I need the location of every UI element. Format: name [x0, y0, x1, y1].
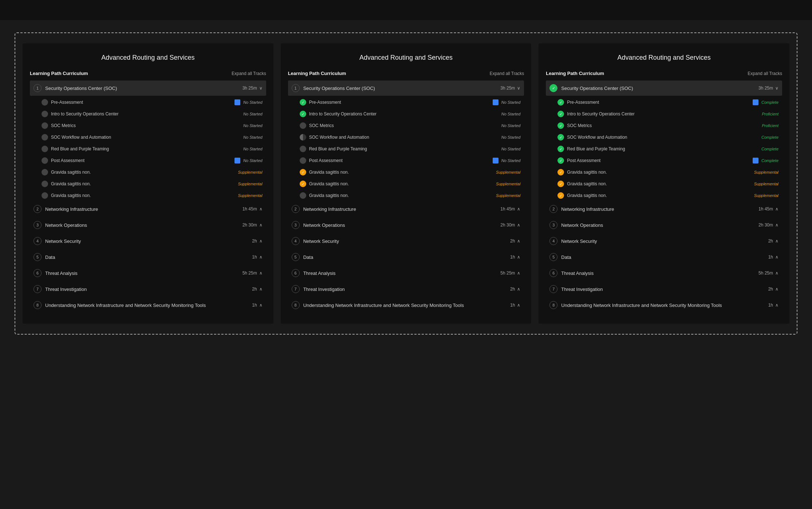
- sub-item[interactable]: ✓ Intro to Security Operations Center No…: [300, 108, 524, 120]
- track-label: Network Operations: [561, 222, 756, 228]
- track-label: Threat Investigation: [303, 287, 507, 292]
- sub-item[interactable]: SOC Metrics No Started: [300, 120, 524, 131]
- track-item[interactable]: 2 Networking Infrastructure 1h 45m ∧: [30, 201, 266, 217]
- status-text: No Started: [243, 112, 263, 116]
- sub-item[interactable]: Intro to Security Operations Center No S…: [42, 108, 266, 120]
- sub-item[interactable]: SOC Workflow and Automation No Started: [300, 131, 524, 143]
- chevron-icon: ∧: [259, 206, 263, 212]
- track-item[interactable]: 8 Understanding Network Infrastructure a…: [30, 297, 266, 313]
- assessment-badge: [234, 158, 240, 163]
- sub-item-label: Gravida sagittis non.: [309, 170, 493, 175]
- assessment-badge: [753, 158, 758, 163]
- status-text: Complete: [761, 147, 779, 151]
- sub-item[interactable]: ✓ Red Blue and Purple Teaming Complete: [557, 143, 782, 155]
- track-duration: 1h: [510, 254, 515, 260]
- sub-item[interactable]: Pre-Assessment No Started: [42, 96, 266, 108]
- sub-item[interactable]: ✓ Post Assessment Complete: [557, 155, 782, 166]
- sub-item[interactable]: Gravida sagittis non. Supplemental: [42, 178, 266, 190]
- track-label: Data: [561, 254, 765, 260]
- track-label: Understanding Network Infrastructure and…: [561, 303, 765, 308]
- track-item[interactable]: 7 Threat Investigation 2h ∧: [288, 281, 524, 297]
- sub-item[interactable]: ✓ Gravida sagittis non. Supplemental: [557, 190, 782, 201]
- track-item[interactable]: 1 Security Operations Center (SOC) 3h 25…: [30, 80, 266, 96]
- track-number: 8: [549, 301, 557, 309]
- assessment-badge: [753, 99, 758, 105]
- status-text: No Started: [243, 158, 263, 163]
- expand-all-button[interactable]: Expand all Tracks: [748, 71, 782, 76]
- track-number: ✓: [549, 84, 557, 92]
- status-text: No Started: [243, 135, 263, 139]
- sub-item-label: Post Assessment: [309, 158, 491, 163]
- track-item[interactable]: 4 Network Security 2h ∧: [30, 233, 266, 249]
- track-duration: 3h 25m: [500, 86, 515, 91]
- sub-item[interactable]: ✓ SOC Workflow and Automation Complete: [557, 131, 782, 143]
- track-item[interactable]: ✓ Security Operations Center (SOC) 3h 25…: [546, 80, 782, 96]
- sub-item[interactable]: ✓ Gravida sagittis non. Supplemental: [557, 166, 782, 178]
- track-item[interactable]: 6 Threat Analysis 5h 25m ∧: [546, 265, 782, 281]
- track-item[interactable]: 3 Network Operations 2h 30m ∧: [30, 217, 266, 233]
- track-item[interactable]: 5 Data 1h ∧: [288, 249, 524, 265]
- chevron-icon: ∧: [517, 222, 520, 228]
- sub-item[interactable]: ✓ Pre-Assessment Complete: [557, 96, 782, 108]
- track-item[interactable]: 5 Data 1h ∧: [30, 249, 266, 265]
- sub-item[interactable]: Post Assessment No Started: [42, 155, 266, 166]
- chevron-icon: ∧: [259, 238, 263, 244]
- track-item[interactable]: 7 Threat Investigation 2h ∧: [546, 281, 782, 297]
- sub-item[interactable]: Red Blue and Purple Teaming No Started: [42, 143, 266, 155]
- track-duration: 2h 30m: [758, 222, 773, 228]
- assessment-badge: [493, 158, 498, 163]
- expand-all-button[interactable]: Expand all Tracks: [490, 71, 524, 76]
- chevron-icon: ∧: [517, 254, 520, 260]
- track-duration: 3h 25m: [758, 86, 773, 91]
- assessment-badge: [493, 99, 498, 105]
- track-item[interactable]: 3 Network Operations 2h 30m ∧: [288, 217, 524, 233]
- track-label: Data: [45, 254, 249, 260]
- sub-item[interactable]: ✓ Pre-Assessment No Started: [300, 96, 524, 108]
- status-text: Supplemental: [496, 170, 520, 174]
- sub-item-label: Gravida sagittis non.: [309, 193, 493, 198]
- track-item[interactable]: 1 Security Operations Center (SOC) 3h 25…: [288, 80, 524, 96]
- sub-item[interactable]: Gravida sagittis non. Supplemental: [42, 166, 266, 178]
- chevron-icon: ∧: [775, 254, 779, 260]
- track-item[interactable]: 6 Threat Analysis 5h 25m ∧: [288, 265, 524, 281]
- track-item[interactable]: 3 Network Operations 2h 30m ∧: [546, 217, 782, 233]
- status-text: Supplemental: [754, 182, 779, 186]
- chevron-icon: ∧: [259, 303, 263, 308]
- status-text: No Started: [243, 123, 263, 128]
- track-item[interactable]: 2 Networking Infrastructure 1h 45m ∧: [288, 201, 524, 217]
- sub-item[interactable]: ✓ Gravida sagittis non. Supplemental: [300, 166, 524, 178]
- sub-item[interactable]: Red Blue and Purple Teaming No Started: [300, 143, 524, 155]
- expand-all-button[interactable]: Expand all Tracks: [232, 71, 266, 76]
- sub-item[interactable]: ✓ Gravida sagittis non. Supplemental: [557, 178, 782, 190]
- sub-item-label: Gravida sagittis non.: [51, 193, 235, 198]
- curriculum-label: Learning Path Curriculum: [30, 71, 88, 76]
- sub-item-label: Gravida sagittis non.: [567, 170, 751, 175]
- sub-item[interactable]: Gravida sagittis non. Supplemental: [300, 190, 524, 201]
- chevron-icon: ∧: [775, 287, 779, 292]
- sub-item[interactable]: SOC Workflow and Automation No Started: [42, 131, 266, 143]
- track-item[interactable]: 4 Network Security 2h ∧: [546, 233, 782, 249]
- sub-item-label: Pre-Assessment: [567, 100, 751, 105]
- chevron-icon: ∧: [259, 271, 263, 276]
- track-number: 2: [549, 205, 557, 213]
- sub-item[interactable]: Gravida sagittis non. Supplemental: [42, 190, 266, 201]
- sub-item[interactable]: Post Assessment No Started: [300, 155, 524, 166]
- track-duration: 1h 45m: [500, 206, 515, 212]
- track-item[interactable]: 5 Data 1h ∧: [546, 249, 782, 265]
- track-number: 3: [292, 221, 300, 229]
- sub-item[interactable]: ✓ Gravida sagittis non. Supplemental: [300, 178, 524, 190]
- track-item[interactable]: 8 Understanding Network Infrastructure a…: [546, 297, 782, 313]
- chevron-icon: ∧: [775, 303, 779, 308]
- sub-item[interactable]: ✓ Intro to Security Operations Center Pr…: [557, 108, 782, 120]
- status-text: Supplemental: [496, 193, 520, 198]
- track-item[interactable]: 8 Understanding Network Infrastructure a…: [288, 297, 524, 313]
- track-item[interactable]: 6 Threat Analysis 5h 25m ∧: [30, 265, 266, 281]
- track-item[interactable]: 7 Threat Investigation 2h ∧: [30, 281, 266, 297]
- sub-item[interactable]: SOC Metrics No Started: [42, 120, 266, 131]
- track-duration: 3h 25m: [243, 86, 257, 91]
- status-text: Supplemental: [754, 170, 779, 174]
- track-item[interactable]: 4 Network Security 2h ∧: [288, 233, 524, 249]
- sub-item[interactable]: ✓ SOC Metrics Proficient: [557, 120, 782, 131]
- track-label: Threat Analysis: [303, 271, 498, 276]
- track-item[interactable]: 2 Networking Infrastructure 1h 45m ∧: [546, 201, 782, 217]
